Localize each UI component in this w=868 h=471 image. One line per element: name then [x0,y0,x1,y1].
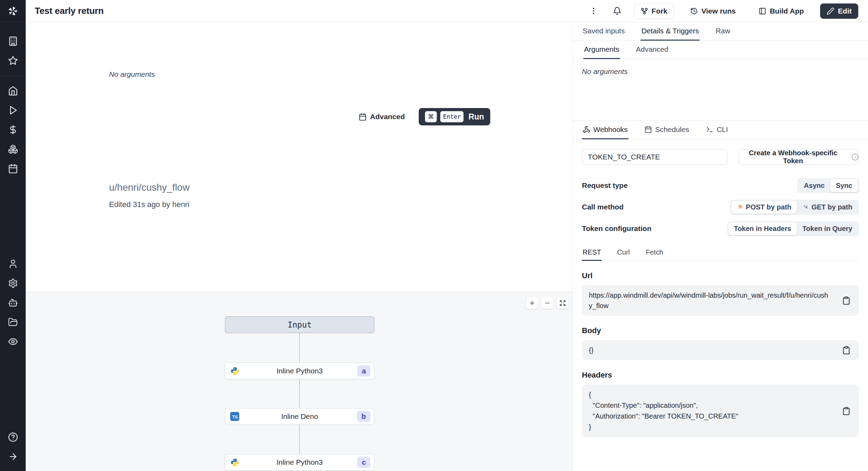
sidebar-item-collapse[interactable] [5,449,20,464]
play-icon [8,105,18,115]
sidebar [0,0,26,471]
no-arguments-text: No arguments [109,70,155,78]
view-runs-button[interactable]: View runs [684,3,742,19]
plus-icon [529,300,535,306]
main-column: Test early return Fork View runs [26,0,868,471]
tab-saved-inputs[interactable]: Saved inputs [582,22,625,41]
advanced-button[interactable]: Advanced [359,113,405,121]
token-configuration-label: Token configuration [582,224,651,233]
build-app-button[interactable]: Build App [752,3,810,19]
history-icon [690,7,698,15]
tab-schedules[interactable]: Schedules [644,121,690,139]
cmd-key: ⌘ [425,111,437,122]
sidebar-group-admin [0,254,26,352]
bot-icon [8,298,18,308]
home-icon [8,86,18,96]
main-area: No arguments Advanced ⌘ Enter Run u/henr… [26,22,573,471]
sidebar-item-help[interactable] [5,429,20,445]
tab-details-triggers[interactable]: Details & Triggers [641,22,700,41]
token-in-query-option[interactable]: Token in Query [797,222,858,235]
fork-button[interactable]: Fork [634,3,674,19]
sidebar-item-runs[interactable] [5,102,20,118]
copy-url-button[interactable] [840,295,852,306]
token-input[interactable] [582,149,728,165]
node-c-badge: c [357,457,370,468]
tab-curl[interactable]: Curl [616,245,631,261]
sidebar-item-workspace[interactable] [5,33,20,49]
building-icon [8,36,18,46]
token-in-headers-option[interactable]: Token in Headers [728,222,797,235]
arrow-up-right-icon [737,204,743,210]
edge-input-a [299,333,300,363]
sync-option[interactable]: Sync [830,179,858,192]
flow-node-b[interactable]: TS Inline Deno b [225,408,374,425]
terminal-icon [706,126,713,133]
tab-fetch[interactable]: Fetch [645,245,664,261]
topbar: Test early return Fork View runs [26,0,868,22]
copy-body-button[interactable] [840,344,852,356]
sidebar-item-favorites[interactable] [5,53,20,68]
build-app-label: Build App [770,7,804,15]
post-by-path-label: POST by path [746,203,791,211]
boxes-icon [8,144,18,154]
windmill-logo-icon [7,5,19,17]
sidebar-item-home[interactable] [5,83,20,98]
content-row: No arguments Advanced ⌘ Enter Run u/henr… [26,22,868,471]
token-configuration-toggle: Token in Headers Token in Query [727,221,859,236]
create-webhook-token-button[interactable]: Create a Webhook-specific Token [739,149,859,165]
get-by-path-option[interactable]: GET by path [797,201,858,214]
sidebar-item-settings[interactable] [5,276,20,291]
webhooks-section: Create a Webhook-specific Token Request … [573,139,868,471]
sidebar-item-audit[interactable] [5,334,20,349]
run-button[interactable]: ⌘ Enter Run [419,108,490,125]
dollar-icon [8,125,18,135]
tab-raw[interactable]: Raw [715,22,731,41]
sidebar-group-footer [0,427,26,471]
tab-cli[interactable]: CLI [705,121,729,139]
async-option[interactable]: Async [798,179,830,192]
zoom-in-button[interactable] [526,297,538,309]
windmill-logo[interactable] [0,0,26,22]
token-configuration-row: Token configuration Token in Headers Tok… [582,218,859,239]
request-type-toggle: Async Sync [797,178,859,193]
tab-webhooks[interactable]: Webhooks [582,121,628,139]
flow-node-input[interactable]: Input [225,316,374,333]
edit-button-label: Edit [838,7,852,15]
flow-node-c[interactable]: Inline Python3 c [225,454,374,471]
tab-schedules-label: Schedules [655,125,689,134]
notifications-button[interactable] [610,4,624,18]
calendar-icon [644,126,652,133]
more-menu-button[interactable] [587,4,601,18]
tab-rest[interactable]: REST [582,245,602,261]
kebab-icon [589,7,598,15]
subtab-arguments[interactable]: Arguments [583,41,620,59]
code-tabs: REST Curl Fetch [582,245,859,261]
details-panel: Saved inputs Details & Triggers Raw Argu… [573,22,868,471]
sidebar-item-variables[interactable] [5,122,20,137]
subtab-advanced[interactable]: Advanced [635,41,669,59]
url-value: https://app.windmill.dev/api/w/windmill-… [589,291,828,309]
eye-icon [8,337,18,347]
pencil-icon [827,7,834,15]
copy-headers-button[interactable] [840,405,852,417]
sidebar-item-folders[interactable] [5,315,20,330]
zoom-out-button[interactable] [541,297,553,309]
sidebar-item-users[interactable] [5,256,20,272]
edit-button[interactable]: Edit [820,3,858,19]
sidebar-item-resources[interactable] [5,141,20,157]
sidebar-item-schedules[interactable] [5,161,20,176]
body-value: {} [589,346,593,354]
node-b-badge: b [357,411,370,422]
run-pane: No arguments Advanced ⌘ Enter Run u/henr… [26,22,573,292]
post-by-path-option[interactable]: POST by path [731,201,797,214]
bell-icon [613,7,621,15]
panel-icon [759,7,766,15]
fork-icon [641,7,648,15]
headers-box: { "Content-Type": "application/json", "A… [582,385,859,437]
headers-value: { "Content-Type": "application/json", "A… [589,389,831,432]
fork-button-label: Fork [652,7,668,15]
node-a-label: Inline Python3 [225,367,374,375]
flow-node-a[interactable]: Inline Python3 a [225,363,374,379]
fit-view-button[interactable] [557,297,568,309]
sidebar-item-ai[interactable] [5,295,20,311]
